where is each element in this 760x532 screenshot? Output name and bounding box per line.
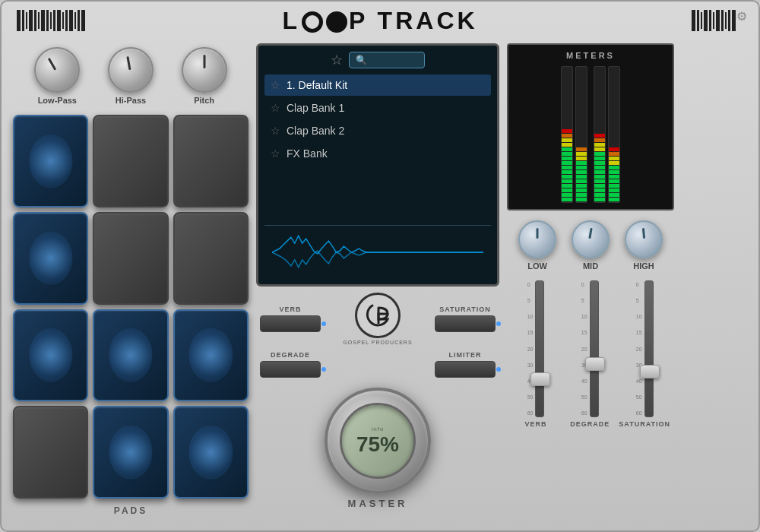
scale-0: 0 — [581, 282, 587, 287]
seg — [576, 184, 587, 188]
screen-item-2[interactable]: ☆ Clap Bank 1 — [264, 97, 491, 119]
seg — [594, 138, 605, 142]
item-star-4[interactable]: ☆ — [271, 147, 280, 160]
screen-item-3[interactable]: ☆ Clap Bank 2 — [264, 120, 491, 141]
pitch-knob-container: Pitch — [182, 47, 227, 105]
meter-fill-2a — [594, 134, 605, 202]
verb-button[interactable] — [260, 315, 321, 332]
seg — [594, 166, 605, 169]
verb-fader-group: 0 5 10 15 20 30 40 50 60 — [511, 280, 561, 519]
scale-10: 10 — [581, 314, 587, 319]
pad-5[interactable] — [93, 212, 168, 305]
saturation-group: SATURATION — [435, 306, 496, 332]
seg — [594, 143, 605, 147]
seg — [562, 152, 572, 156]
seg — [609, 170, 619, 174]
pad-8[interactable] — [93, 309, 168, 402]
hipass-knob-container: Hi-Pass — [108, 47, 154, 105]
bar — [46, 10, 49, 31]
seg — [576, 188, 587, 192]
screen-item-label-2: Clap Bank 1 — [287, 102, 344, 114]
saturation-fader-track[interactable] — [644, 280, 654, 417]
item-star-3[interactable]: ☆ — [271, 125, 280, 137]
seg — [594, 134, 605, 138]
scale-5: 5 — [581, 298, 587, 303]
lowpass-knob[interactable] — [34, 47, 80, 93]
master-percent: 75% — [356, 432, 399, 457]
seg — [562, 193, 572, 197]
seg — [609, 166, 619, 169]
seg — [562, 161, 572, 165]
gp-logo-icon — [355, 293, 401, 338]
bar — [41, 10, 45, 31]
screen-list: ☆ 1. Default Kit ☆ Clap Bank 1 ☆ Clap Ba… — [264, 74, 491, 222]
hipass-knob[interactable] — [108, 47, 154, 93]
pad-10[interactable] — [13, 406, 88, 499]
search-box[interactable]: 🔍 — [349, 52, 425, 68]
verb-fader-handle[interactable] — [530, 372, 550, 386]
bar — [716, 10, 720, 31]
seg — [562, 188, 572, 192]
seg — [609, 175, 619, 179]
saturation-button[interactable] — [435, 315, 496, 332]
verb-fader-track[interactable] — [535, 280, 544, 417]
pitch-knob[interactable] — [182, 47, 227, 93]
master-knob[interactable]: info 75% — [325, 388, 431, 494]
middle-section: ☆ 🔍 ☆ 1. Default Kit ☆ Clap Bank 1 — [256, 43, 499, 519]
pad-6[interactable] — [173, 212, 249, 305]
meter-channel-2 — [594, 66, 620, 203]
seg — [562, 166, 572, 169]
master-label: MASTER — [348, 498, 408, 509]
pad-1[interactable] — [13, 115, 88, 207]
favorite-icon[interactable]: ☆ — [331, 52, 343, 68]
item-star-1[interactable]: ☆ — [271, 79, 280, 91]
pad-4[interactable] — [13, 212, 88, 305]
low-eq-container: LOW — [518, 220, 556, 271]
high-eq-container: HIGH — [625, 220, 663, 271]
pad-2[interactable] — [93, 115, 168, 207]
degrade-fader-track[interactable] — [590, 280, 599, 417]
pad-9[interactable] — [173, 309, 249, 402]
mid-eq-knob[interactable] — [572, 220, 610, 258]
seg — [609, 157, 619, 160]
limiter-button[interactable] — [435, 361, 496, 378]
seg — [594, 175, 605, 179]
meter-bar-1a — [561, 66, 573, 203]
pad-7[interactable] — [13, 309, 88, 402]
gear-icon[interactable]: ⚙ — [736, 9, 747, 24]
effects-row-1: VERB GOSPEL PRODUCERS — [256, 293, 499, 345]
pad-3[interactable] — [173, 115, 249, 207]
seg — [576, 170, 587, 174]
verb-scale: 0 5 10 15 20 30 40 50 60 — [527, 280, 534, 417]
mid-eq-label: MID — [583, 261, 598, 271]
seg — [576, 161, 587, 165]
screen-item-1[interactable]: ☆ 1. Default Kit — [264, 74, 491, 96]
waveform-area — [264, 225, 491, 278]
degrade-fader-handle[interactable] — [585, 357, 605, 371]
seg — [576, 157, 587, 160]
meters-label: METERS — [515, 51, 667, 60]
bar — [53, 10, 55, 31]
bar — [728, 10, 730, 31]
bar — [57, 10, 61, 31]
saturation-fader-handle[interactable] — [640, 365, 660, 378]
item-star-2[interactable]: ☆ — [271, 102, 280, 114]
scale-50: 50 — [527, 394, 534, 400]
seg — [576, 193, 587, 197]
bar — [65, 10, 68, 31]
bar — [69, 10, 73, 31]
seg — [594, 179, 605, 183]
app-title: LP TRACK — [282, 7, 477, 35]
bar — [50, 12, 52, 29]
left-section: Low-Pass Hi-Pass Pitch — [13, 43, 249, 519]
screen-item-4[interactable]: ☆ FX Bank — [264, 143, 491, 164]
seg — [576, 175, 587, 179]
pad-12[interactable] — [173, 406, 249, 499]
lowpass-label: Low-Pass — [38, 96, 77, 105]
bar — [721, 10, 724, 31]
high-eq-knob[interactable] — [625, 220, 663, 258]
bar — [22, 10, 24, 31]
low-eq-knob[interactable] — [518, 220, 556, 258]
degrade-button[interactable] — [260, 361, 321, 378]
pad-11[interactable] — [93, 406, 168, 499]
